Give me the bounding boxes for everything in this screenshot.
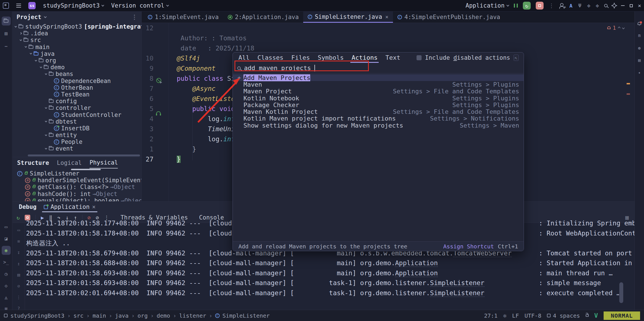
tree-item[interactable]: config xyxy=(13,98,141,105)
delete-icon[interactable]: ▭ xyxy=(2,222,11,231)
tree-item[interactable]: CPeople xyxy=(13,138,141,145)
tree-item[interactable]: main xyxy=(13,44,141,50)
checkbox-label[interactable]: Include disabled actions xyxy=(425,54,510,61)
window-close-button[interactable]: × xyxy=(638,2,641,9)
caret-position[interactable]: 27:1 xyxy=(484,312,498,319)
window-minimize-button[interactable] xyxy=(621,5,625,6)
tree-item[interactable]: src xyxy=(13,37,141,43)
database-tool-icon[interactable]: ▤ xyxy=(636,56,643,64)
tree-item[interactable]: .idea xyxy=(13,30,141,37)
main-menu-icon[interactable] xyxy=(16,4,21,4)
print-icon[interactable]: ▤ xyxy=(17,272,20,278)
share-structure-icon[interactable]: ⋔ xyxy=(578,3,582,9)
logger-link[interactable]: Application xyxy=(395,269,438,277)
tree-item[interactable]: CTestBean xyxy=(13,91,141,98)
indent-setting[interactable]: 4 spaces xyxy=(547,312,580,319)
structure-tool-icon[interactable]: ▤ xyxy=(2,29,11,38)
console-settings-icon[interactable]: ⋮ xyxy=(17,295,21,300)
structure-item[interactable]: mhashCode(): int →Object xyxy=(13,191,141,197)
chevron-icon[interactable] xyxy=(20,32,22,34)
chevron-icon[interactable] xyxy=(45,133,47,136)
tab-physical[interactable]: Physical xyxy=(89,157,118,168)
lock-open-icon[interactable] xyxy=(586,314,589,317)
chevron-icon[interactable] xyxy=(45,107,47,109)
scroll-to-top-icon[interactable]: ↥ xyxy=(17,261,20,266)
result-row[interactable]: Show settings dialog for new Maven proje… xyxy=(233,122,524,129)
tree-item[interactable]: CInsertDB xyxy=(13,125,141,132)
tree-item[interactable]: java xyxy=(13,50,141,57)
inspections-widget[interactable]: 1 xyxy=(607,25,624,31)
build-icon[interactable]: ◪ xyxy=(2,234,11,243)
include-disabled-checkbox[interactable] xyxy=(417,55,422,60)
services-tool-icon[interactable]: ◇ xyxy=(2,281,11,290)
assign-shortcut-link[interactable]: Assign Shortcut xyxy=(443,243,494,250)
vcs-menu[interactable]: Version control xyxy=(111,2,169,9)
result-row[interactable]: Maven ProjectSettings > File and Code Te… xyxy=(233,88,524,95)
run-configuration-selector[interactable]: Application xyxy=(466,2,509,9)
pause-icon[interactable] xyxy=(514,4,518,8)
tree-item[interactable]: CDependenceBean xyxy=(13,78,141,84)
scroll-to-end-icon[interactable]: ↧ xyxy=(17,250,20,255)
code-with-me-icon[interactable]: + xyxy=(559,3,564,8)
chevron-icon[interactable] xyxy=(30,52,32,54)
more-icon[interactable]: ⋮ xyxy=(132,14,137,20)
debug-session-tab[interactable]: Application × xyxy=(44,202,96,212)
problems-tool-icon[interactable]: ◬ xyxy=(2,293,11,302)
tree-item[interactable]: COtherBean xyxy=(13,84,141,91)
chevron-icon[interactable] xyxy=(35,59,37,61)
profiler-icon[interactable]: ❖ xyxy=(587,2,591,9)
settings-gear-icon[interactable] xyxy=(613,4,616,7)
structure-item[interactable]: mequals(Object): boolean →Object xyxy=(13,197,141,201)
more-actions-icon[interactable]: ⋮ xyxy=(549,2,554,9)
project-selector[interactable]: studySpringBoot3 xyxy=(43,2,104,9)
maven-tool-icon[interactable]: m xyxy=(636,32,643,40)
ai-assistant-icon[interactable]: ✦ xyxy=(636,69,643,77)
soft-wrap-icon[interactable]: ≡ xyxy=(17,239,20,244)
close-icon[interactable]: × xyxy=(92,204,96,210)
result-row[interactable]: Maven Kotlin ProjectSettings > File and … xyxy=(233,108,524,115)
more-tool-windows-icon[interactable]: ⋯ xyxy=(2,42,11,51)
result-row[interactable]: +Add Maven Projects xyxy=(233,74,524,81)
stop-button[interactable] xyxy=(536,2,544,10)
editor-tab[interactable]: C1:SimpleEvent.java xyxy=(143,11,223,23)
profiler-icon-2[interactable]: ❖ xyxy=(595,2,599,9)
plugin-flower-icon[interactable]: ✻ xyxy=(503,312,507,319)
breadcrumb-item[interactable]: org xyxy=(137,312,148,319)
window-maximize-button[interactable] xyxy=(630,4,633,7)
close-icon[interactable]: × xyxy=(385,14,388,20)
next-issue-icon[interactable] xyxy=(622,26,625,29)
editor-tab[interactable]: 2:Application.java xyxy=(223,11,303,23)
structure-item[interactable]: mhandlerSimpleEvent(SimpleEvent): void xyxy=(13,177,141,184)
clear-output-icon[interactable]: ▭ xyxy=(17,227,20,233)
search-everywhere-icon[interactable] xyxy=(604,4,608,7)
prev-issue-icon[interactable] xyxy=(618,26,621,29)
breadcrumb-item[interactable]: demo xyxy=(157,312,170,319)
tree-item[interactable]: org xyxy=(13,57,141,64)
logger-link[interactable]: Application xyxy=(395,259,438,267)
popup-tab-text[interactable]: Text xyxy=(381,52,404,63)
chevron-icon[interactable] xyxy=(45,147,47,149)
tree-item[interactable]: entity xyxy=(13,132,141,138)
vim-icon[interactable]: V xyxy=(594,312,598,319)
editor-tab[interactable]: CSimpleListener.java× xyxy=(303,11,393,23)
tree-item[interactable]: studySpringBoot3 [springb-integration-de… xyxy=(13,23,141,30)
clock-icon[interactable]: ◷ xyxy=(2,269,11,278)
logger-link[interactable]: SimpleListener xyxy=(430,279,484,287)
tree-horizontal-scrollbar[interactable] xyxy=(28,154,140,156)
console-scrollbar[interactable] xyxy=(619,282,623,303)
tree-item[interactable]: event xyxy=(13,145,141,152)
breadcrumb-item[interactable]: studySpringBoot3 xyxy=(10,312,65,319)
line-ending[interactable]: LF xyxy=(512,312,519,319)
debug-tool-icon[interactable]: ◉ xyxy=(2,246,11,255)
project-tool-icon[interactable] xyxy=(2,17,11,26)
tree-item[interactable]: demo xyxy=(13,64,141,71)
chevron-icon[interactable] xyxy=(45,120,47,122)
file-encoding[interactable]: UTF-8 xyxy=(525,312,541,319)
filter-icon[interactable]: ⇱ xyxy=(514,55,519,61)
logger-link[interactable]: SimpleListener xyxy=(430,289,484,297)
result-row[interactable]: Package CheckerSettings > Plugins xyxy=(233,101,524,108)
rerun-icon[interactable]: ↻ xyxy=(17,214,20,221)
tab-logical[interactable]: Logical xyxy=(57,157,82,168)
chevron-icon[interactable] xyxy=(45,73,47,75)
rerun-debug-button[interactable]: ↻ xyxy=(523,2,531,10)
